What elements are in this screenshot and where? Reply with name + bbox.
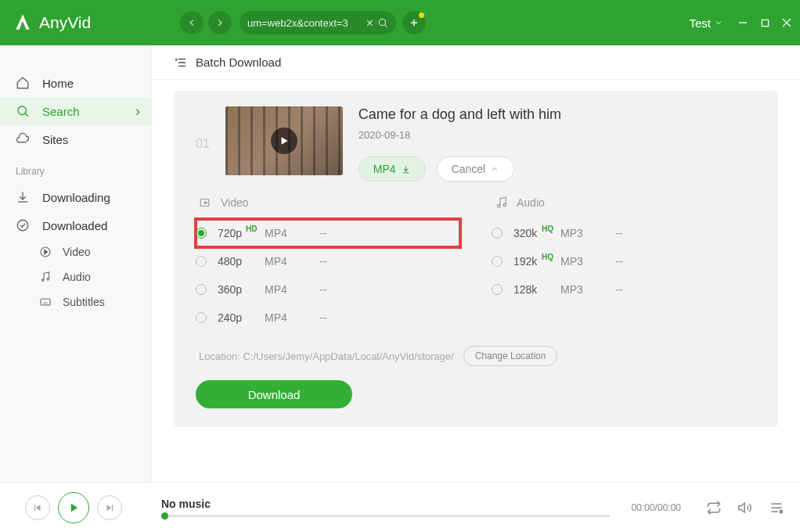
format-mp4-button[interactable]: MP4 <box>359 156 426 182</box>
sidebar-sub-label: Subtitles <box>63 296 105 308</box>
playlist-icon[interactable] <box>769 500 784 516</box>
sidebar-sub-video[interactable]: Video <box>0 239 151 264</box>
card-index: 01 <box>196 137 210 151</box>
format-label: MP3 <box>560 283 615 296</box>
radio-button[interactable] <box>196 256 207 267</box>
add-tab-button[interactable] <box>402 11 426 34</box>
music-icon <box>495 196 509 210</box>
card-top: 01 Came for a dog and left with him 2020… <box>196 106 756 182</box>
download-button[interactable]: Download <box>196 380 352 408</box>
sidebar-item-label: Search <box>42 105 80 118</box>
svg-point-12 <box>17 220 28 231</box>
forward-button[interactable] <box>208 11 232 34</box>
maximize-icon <box>761 19 769 27</box>
video-option-row[interactable]: 240pMP4-- <box>196 304 460 332</box>
video-date: 2020-09-18 <box>359 129 756 141</box>
chevron-right-icon <box>214 17 225 28</box>
svg-marker-22 <box>281 137 287 144</box>
svg-marker-29 <box>36 504 41 510</box>
play-button[interactable] <box>58 492 89 523</box>
video-thumbnail[interactable] <box>225 106 343 175</box>
track-area: No music <box>161 498 610 517</box>
close-button[interactable] <box>781 17 792 28</box>
app-name: AnyVid <box>39 13 91 32</box>
batch-download-bar[interactable]: Batch Download <box>152 45 800 80</box>
sidebar-sub-audio[interactable]: Audio <box>0 264 151 289</box>
svg-point-0 <box>379 19 385 25</box>
sidebar-item-downloading[interactable]: Downloading <box>0 183 151 211</box>
maximize-button[interactable] <box>759 17 770 28</box>
radio-button[interactable] <box>196 312 207 323</box>
minimize-button[interactable] <box>737 17 748 28</box>
sidebar-item-sites[interactable]: Sites <box>0 125 151 153</box>
svg-line-9 <box>25 113 28 117</box>
resolution-label: 720pHD <box>218 227 265 239</box>
repeat-icon[interactable] <box>706 500 722 516</box>
audio-options-col: Audio 320kHQMP3--192kHQMP3--128kMP3-- <box>492 196 756 332</box>
size-label: -- <box>319 311 326 324</box>
format-label: MP4 <box>265 311 319 324</box>
audio-option-row[interactable]: 192kHQMP3-- <box>492 247 756 275</box>
resolution-label: 360p <box>218 283 265 296</box>
plus-icon <box>409 17 420 28</box>
audio-options-header: Audio <box>492 196 756 210</box>
sidebar-item-downloaded[interactable]: Downloaded <box>0 211 151 239</box>
svg-point-38 <box>780 510 782 512</box>
radio-button[interactable] <box>492 256 503 267</box>
resolution-label: 320kHQ <box>514 227 560 239</box>
sidebar-sub-subtitles[interactable]: cc Subtitles <box>0 289 151 315</box>
format-label: MP3 <box>560 255 615 268</box>
next-button[interactable] <box>97 495 122 520</box>
body: Home Search Sites Library Downloading Do… <box>0 45 800 482</box>
sidebar-item-search[interactable]: Search <box>0 97 151 125</box>
chevron-down-icon <box>714 18 723 27</box>
url-bar[interactable]: um=web2x&context=3 ✕ <box>240 11 396 34</box>
progress-handle[interactable] <box>161 512 168 519</box>
search-icon[interactable] <box>377 17 388 28</box>
card-actions: MP4 Cancel <box>359 156 756 182</box>
svg-point-27 <box>497 205 500 208</box>
play-icon <box>67 501 80 514</box>
video-options-header: Video <box>196 196 460 210</box>
time-display: 00:00/00:00 <box>632 502 681 513</box>
play-overlay-icon <box>271 128 297 154</box>
video-option-row[interactable]: 360pMP4-- <box>196 275 460 304</box>
download-icon <box>401 164 411 174</box>
main: Batch Download 01 Came for a dog and lef… <box>152 45 800 482</box>
resolution-label: 240p <box>218 311 265 324</box>
radio-button[interactable] <box>492 228 503 239</box>
sidebar-sub-label: Video <box>63 246 91 258</box>
size-label: -- <box>615 283 622 296</box>
skip-forward-icon <box>104 502 115 513</box>
resolution-label: 128k <box>514 283 560 296</box>
radio-button[interactable] <box>492 284 503 295</box>
volume-icon[interactable] <box>737 500 753 516</box>
radio-button[interactable] <box>196 284 207 295</box>
window-controls <box>737 17 792 28</box>
test-dropdown[interactable]: Test <box>689 16 723 30</box>
url-clear-button[interactable]: ✕ <box>366 17 374 29</box>
app-logo-icon <box>13 13 33 33</box>
sidebar-item-home[interactable]: Home <box>0 69 151 97</box>
change-location-button[interactable]: Change Location <box>463 346 558 366</box>
previous-button[interactable] <box>25 495 50 520</box>
video-option-row[interactable]: 720pHDMP4-- <box>196 219 460 247</box>
audio-option-row[interactable]: 320kHQMP3-- <box>492 219 756 247</box>
cancel-button[interactable]: Cancel <box>437 156 515 182</box>
svg-marker-14 <box>45 250 48 253</box>
resolution-label: 480p <box>218 255 265 268</box>
music-icon <box>39 271 52 283</box>
chevron-left-icon <box>186 17 197 28</box>
sidebar-item-label: Downloading <box>42 191 110 204</box>
video-option-row[interactable]: 480pMP4-- <box>196 247 460 275</box>
progress-bar[interactable] <box>161 515 610 517</box>
card-info: Came for a dog and left with him 2020-09… <box>359 106 756 182</box>
sidebar-item-label: Sites <box>42 133 68 146</box>
nav-buttons <box>180 11 232 34</box>
sidebar-item-label: Home <box>42 77 74 90</box>
radio-button[interactable] <box>196 228 207 239</box>
back-button[interactable] <box>180 11 204 34</box>
svg-point-16 <box>47 278 49 280</box>
audio-option-row[interactable]: 128kMP3-- <box>492 275 756 304</box>
skip-back-icon <box>32 502 43 513</box>
